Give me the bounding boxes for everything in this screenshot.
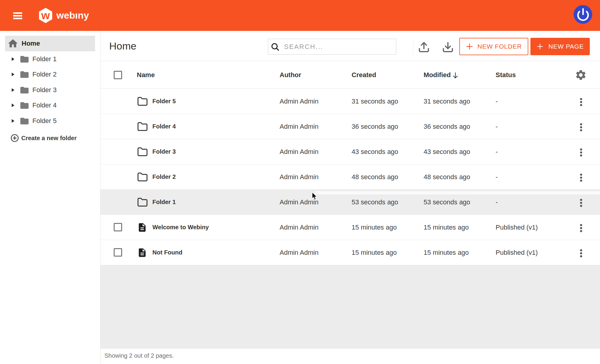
svg-text:w: w — [41, 9, 50, 22]
